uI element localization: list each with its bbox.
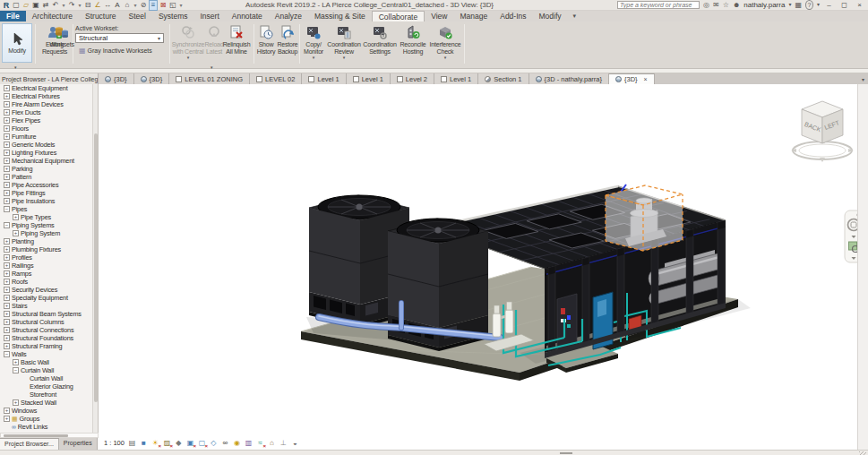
- restore-button[interactable]: ◻: [838, 1, 850, 9]
- save-icon[interactable]: ▣: [31, 1, 40, 10]
- view-tab[interactable]: {3D}: [134, 73, 170, 84]
- synchronize-with-central-button[interactable]: Synchronize with Central ▾: [172, 25, 204, 62]
- temporary-hide-isolate-icon[interactable]: ∞: [221, 439, 229, 447]
- signed-in-user[interactable]: nathaly.parra: [743, 1, 785, 9]
- ribbon-tab-steel[interactable]: Steel: [123, 11, 152, 21]
- restore-backup-button[interactable]: Restore Backup: [277, 25, 298, 55]
- expand-icon[interactable]: +: [4, 416, 10, 422]
- relinquish-all-mine-button[interactable]: Relinquish All Mine: [225, 25, 248, 55]
- expand-icon[interactable]: +: [4, 150, 10, 156]
- tree-item[interactable]: +Structural Columns: [0, 318, 98, 326]
- view-tab[interactable]: LEVEL 01 ZONING: [169, 73, 250, 84]
- collapse-icon[interactable]: −: [4, 206, 10, 212]
- ribbon-tab-systems[interactable]: Systems: [152, 11, 194, 21]
- tree-item[interactable]: +Roofs: [0, 278, 98, 286]
- expand-icon[interactable]: +: [4, 335, 10, 341]
- expand-icon[interactable]: +: [4, 117, 10, 124]
- minimize-button[interactable]: –: [823, 1, 835, 9]
- print-icon[interactable]: ⊟: [83, 1, 92, 10]
- highlight-displacement-sets-icon[interactable]: ⌂: [268, 439, 276, 447]
- modify-button[interactable]: Modify: [2, 23, 32, 63]
- ribbon-tab-collaborate[interactable]: Collaborate: [372, 11, 425, 21]
- tree-item[interactable]: −Walls: [0, 350, 98, 358]
- view-tab[interactable]: Level 2: [391, 73, 434, 84]
- undo-icon[interactable]: ↶: [51, 1, 60, 10]
- ribbon-tab-analyze[interactable]: Analyze: [269, 11, 308, 21]
- show-crop-region-icon[interactable]: ▢×: [198, 439, 206, 447]
- help-icon[interactable]: ?: [805, 0, 813, 10]
- expand-icon[interactable]: +: [4, 93, 10, 99]
- tree-item[interactable]: +Windows: [0, 407, 98, 415]
- tree-item[interactable]: Exterior Glazing: [0, 382, 98, 391]
- ribbon-tab-add-ins[interactable]: Add-Ins: [494, 11, 532, 21]
- tab-project-browser[interactable]: Project Browser...: [0, 438, 59, 450]
- expand-icon[interactable]: +: [4, 327, 10, 333]
- ribbon-tab-structure[interactable]: Structure: [79, 11, 123, 21]
- worksharing-display-icon[interactable]: ◒: [291, 439, 299, 447]
- worksets-button[interactable]: Worksets: [51, 25, 73, 48]
- sync-with-central-icon[interactable]: ⇄: [41, 1, 50, 10]
- expand-icon[interactable]: +: [4, 254, 10, 261]
- view-tab[interactable]: Level 1: [434, 73, 478, 84]
- collapse-icon[interactable]: −: [4, 222, 10, 228]
- project-browser-vertical-scrollbar[interactable]: [92, 84, 98, 433]
- scrollbar-thumb[interactable]: [94, 133, 98, 402]
- collapse-icon[interactable]: −: [4, 351, 10, 357]
- reload-latest-button[interactable]: Reload Latest: [204, 25, 224, 55]
- tree-item[interactable]: Storefront: [0, 391, 98, 399]
- tree-item[interactable]: +Plumbing Fixtures: [0, 245, 98, 253]
- aligned-dimension-icon[interactable]: ↔: [103, 1, 112, 10]
- tree-item[interactable]: +Stacked Wall: [0, 399, 98, 407]
- search-icon[interactable]: ◎: [703, 1, 709, 9]
- expand-icon[interactable]: +: [4, 279, 10, 285]
- revit-logo-icon[interactable]: R: [2, 1, 11, 10]
- expand-icon[interactable]: +: [4, 343, 10, 349]
- tree-item[interactable]: +Lighting Fixtures: [0, 149, 98, 157]
- close-button[interactable]: ×: [854, 1, 865, 9]
- tree-item[interactable]: +Pattern: [0, 173, 98, 181]
- ribbon-tab-file[interactable]: File: [0, 11, 26, 21]
- scrollbar-thumb[interactable]: [4, 434, 68, 437]
- customize-qat-icon[interactable]: ▾: [178, 1, 184, 10]
- 3d-model-view[interactable]: [99, 84, 857, 437]
- view-tab-close-icon[interactable]: ×: [644, 76, 648, 82]
- viewcube[interactable]: BACK LEFT: [788, 91, 856, 170]
- view-tab[interactable]: Section 1: [478, 73, 529, 84]
- tree-item[interactable]: −Curtain Wall: [0, 366, 98, 374]
- tree-item[interactable]: +Flex Pipes: [0, 116, 98, 124]
- ribbon-tab-massing-site[interactable]: Massing & Site: [308, 11, 372, 21]
- drawing-area[interactable]: BACK LEFT 1 : 100 ▤■☀×▨×◆▣×▢×◇∞◉▥≈×⌂⊥◒: [99, 84, 857, 450]
- tree-item[interactable]: +Pipe Fittings: [0, 189, 98, 197]
- horizontal-scrollbar-thumb[interactable]: [560, 452, 572, 454]
- tree-item[interactable]: +Electrical Fixtures: [0, 92, 98, 100]
- show-history-button[interactable]: Show History: [256, 25, 276, 55]
- expand-icon[interactable]: +: [4, 109, 10, 116]
- expand-icon[interactable]: +: [4, 133, 10, 140]
- section-icon[interactable]: ⊘: [139, 1, 148, 10]
- open-file-icon[interactable]: ▱: [21, 1, 30, 10]
- show-constraints-icon[interactable]: ⊥: [279, 439, 288, 447]
- view-tab[interactable]: {3D}×: [609, 73, 655, 84]
- undo-dropdown-icon[interactable]: ▾: [61, 1, 66, 10]
- view-tab[interactable]: Level 1: [302, 73, 346, 84]
- visual-style-icon[interactable]: ■: [140, 439, 148, 447]
- tree-item[interactable]: +Basic Wall: [0, 358, 98, 366]
- tab-properties[interactable]: Properties: [59, 438, 98, 450]
- expand-icon[interactable]: +: [4, 408, 10, 414]
- sun-path-icon[interactable]: ☀×: [151, 439, 159, 447]
- temporary-view-properties-icon[interactable]: ▥: [245, 439, 253, 447]
- expand-icon[interactable]: +: [4, 158, 10, 164]
- tree-item[interactable]: +Flex Ducts: [0, 108, 98, 116]
- crop-view-icon[interactable]: ▣×: [186, 439, 194, 447]
- tree-item[interactable]: +Security Devices: [0, 286, 98, 294]
- expand-icon[interactable]: +: [4, 125, 10, 132]
- expand-icon[interactable]: +: [13, 230, 19, 236]
- expand-icon[interactable]: +: [4, 101, 10, 107]
- interference-check-button[interactable]: Interference Check ▾: [429, 25, 461, 62]
- expand-icon[interactable]: +: [4, 142, 10, 148]
- user-menu-caret-icon[interactable]: ▾: [788, 1, 791, 9]
- tree-item[interactable]: +Profiles: [0, 253, 98, 262]
- tree-item[interactable]: +Pipe Insulations: [0, 197, 98, 205]
- tree-item[interactable]: +Pipe Types: [0, 213, 98, 221]
- tree-item[interactable]: +Pipe Accessories: [0, 181, 98, 189]
